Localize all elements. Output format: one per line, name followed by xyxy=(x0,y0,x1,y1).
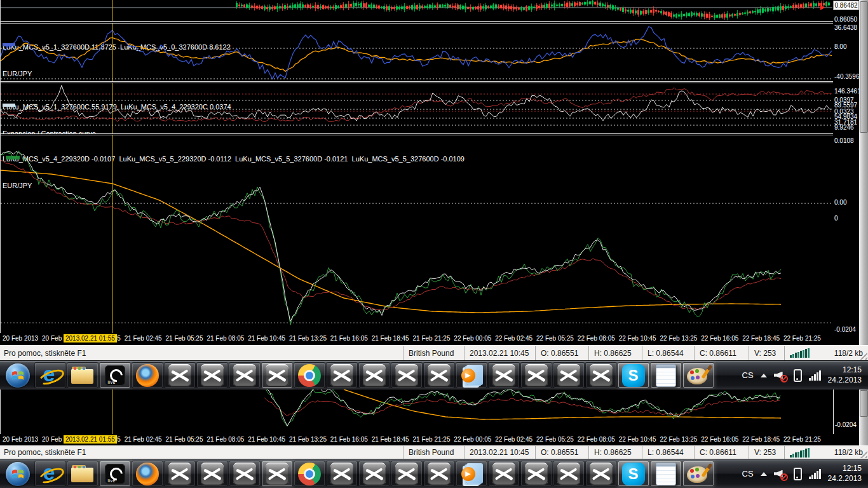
clock[interactable]: 12:15 24.2.2013 xyxy=(828,365,862,385)
mt4-icon xyxy=(201,463,224,485)
mt4-taskbar-button[interactable] xyxy=(391,461,423,487)
scale-label: 8.00 xyxy=(834,43,846,50)
chrome-icon xyxy=(298,364,321,387)
mt4-taskbar-button[interactable] xyxy=(488,461,520,487)
show-hidden-icons-icon[interactable] xyxy=(761,472,767,476)
volume-muted-icon[interactable] xyxy=(774,469,787,479)
mt4-taskbar-button[interactable] xyxy=(358,362,390,388)
time-axis-label: 22 Feb 18:45 xyxy=(742,335,780,342)
mt4-icon xyxy=(590,463,613,485)
ie-taskbar-button[interactable]: e xyxy=(34,362,66,388)
mt4-taskbar-button[interactable] xyxy=(585,362,617,388)
start-taskbar-button[interactable] xyxy=(2,461,34,487)
status-high: H: 0.86625 xyxy=(588,446,642,459)
mt4-taskbar-button[interactable] xyxy=(358,461,390,487)
firefox-taskbar-button[interactable] xyxy=(132,362,163,388)
chrome-taskbar-button[interactable] xyxy=(294,362,325,388)
volume-muted-icon[interactable] xyxy=(774,370,787,381)
clock[interactable]: 12:15 24.2.2013 xyxy=(828,464,862,484)
indicator-pane-oscillator[interactable]: LuKu_MCS_v5_1_327600D 11.8725 LuKu_MCS_v… xyxy=(1,24,832,81)
start-taskbar-button[interactable] xyxy=(2,362,34,388)
pane-separator[interactable] xyxy=(1,21,833,24)
pane-separator[interactable] xyxy=(1,81,833,83)
mt4-taskbar-button[interactable] xyxy=(585,461,617,487)
firefox-taskbar-button[interactable] xyxy=(132,461,163,487)
wmp-taskbar-button[interactable]: ▶ xyxy=(456,461,487,487)
scrollbar-thumb[interactable] xyxy=(860,390,868,417)
notepad-taskbar-button[interactable] xyxy=(650,362,682,388)
mt4-taskbar-button[interactable] xyxy=(423,461,455,487)
desktop: LuKu_MCS_v5_1_327600D 11.8725 LuKu_MCS_v… xyxy=(0,0,868,488)
show-hidden-icons-icon[interactable] xyxy=(761,374,767,377)
network-signal-icon[interactable] xyxy=(809,469,821,479)
mt4-taskbar-button[interactable] xyxy=(423,362,455,388)
scrollbar-thumb[interactable] xyxy=(860,1,868,133)
mt4-taskbar-button[interactable] xyxy=(520,461,552,487)
device-icon[interactable] xyxy=(794,369,802,382)
vertical-scrollbar[interactable] xyxy=(859,390,868,445)
mt4-taskbar-button[interactable] xyxy=(391,362,423,388)
time-axis-label: 22 Feb 05:25 xyxy=(536,436,574,443)
firefox-icon xyxy=(136,463,159,485)
mt4-taskbar-button[interactable] xyxy=(553,362,585,388)
scale-label: -40.3596 xyxy=(834,73,859,80)
pane-separator[interactable] xyxy=(1,133,833,135)
main-indicator-chart xyxy=(1,135,832,333)
explorer-icon xyxy=(71,465,94,483)
mt4-taskbar-button[interactable] xyxy=(326,362,358,388)
mt4-taskbar-button[interactable] xyxy=(164,461,196,487)
indicator-pane-expansion[interactable]: LuKu_MCS_v5_1_327600C 55.9179 LuKu_MCS_v… xyxy=(1,83,832,133)
paint-taskbar-button[interactable] xyxy=(682,362,714,388)
scale-border xyxy=(833,390,834,434)
explorer-taskbar-button[interactable] xyxy=(67,461,98,487)
mt4-taskbar-button[interactable] xyxy=(164,362,196,388)
chrome-taskbar-button[interactable] xyxy=(294,461,325,487)
scale-label: 0 xyxy=(834,215,838,222)
wmp-taskbar-button[interactable]: ▶ xyxy=(456,362,487,388)
language-indicator[interactable]: CS xyxy=(742,469,754,478)
ableton-taskbar-button[interactable]: live xyxy=(99,461,131,487)
crosshair-vertical-line xyxy=(112,0,113,333)
language-indicator[interactable]: CS xyxy=(742,370,754,380)
time-axis-label: 21 Feb 08:05 xyxy=(207,436,244,443)
notepad-taskbar-button[interactable] xyxy=(650,461,682,487)
mt4-icon xyxy=(363,463,386,485)
status-bar-time: 2013.02.21 10:45 xyxy=(464,346,535,360)
paint-icon xyxy=(687,464,710,484)
mt4-taskbar-button[interactable] xyxy=(196,461,228,487)
time-axis[interactable]: 20 Feb 201320 Feb 21:2521 Feb 00:0521 Fe… xyxy=(0,333,859,345)
mt4-taskbar-button[interactable] xyxy=(229,461,261,487)
indicator-pane-main[interactable]: LuKu_MCS_v5_4_229320D -0.0107 LuKu_MCS_v… xyxy=(1,135,832,333)
explorer-taskbar-button[interactable] xyxy=(67,362,98,388)
ableton-taskbar-button[interactable]: live xyxy=(99,362,131,388)
skype-taskbar-button[interactable]: S xyxy=(618,461,649,487)
mt4-taskbar-button[interactable] xyxy=(488,362,520,388)
mt4-taskbar-button[interactable] xyxy=(229,362,261,388)
paint-taskbar-button[interactable] xyxy=(682,461,714,487)
skype-taskbar-button[interactable]: S xyxy=(618,362,649,388)
time-axis[interactable]: 20 Feb 201320 Feb 21:2521 Feb 00:0521 Fe… xyxy=(0,434,859,446)
ie-taskbar-button[interactable]: e xyxy=(34,461,66,487)
status-bar-time: 2013.02.21 10:45 xyxy=(464,446,535,459)
mt4-taskbar-button[interactable] xyxy=(261,362,293,388)
mt4-taskbar-button[interactable] xyxy=(196,362,228,388)
mt4-taskbar-button[interactable] xyxy=(520,362,552,388)
chart-pane-duplicate[interactable]: -0.0204 xyxy=(0,390,859,434)
mt4-icon xyxy=(492,364,515,387)
time-axis-label: 21 Feb 18:45 xyxy=(372,335,409,342)
mt4-taskbar-button[interactable] xyxy=(553,461,585,487)
system-tray: CS 12:15 24.2.2013 xyxy=(742,464,867,484)
mt4-taskbar-button[interactable] xyxy=(261,461,293,487)
wmp-icon: ▶ xyxy=(460,365,483,386)
system-tray: CS 12:15 24.2.2013 xyxy=(742,365,867,385)
device-icon[interactable] xyxy=(794,468,802,480)
mt4-taskbar-button[interactable] xyxy=(326,461,358,487)
price-pane[interactable] xyxy=(1,0,832,21)
network-signal-icon[interactable] xyxy=(809,370,821,381)
price-scale[interactable]: 0.86482 0.86050 36.6438 8.00 -40.3596 14… xyxy=(832,0,859,333)
time-axis-label: 21 Feb 10:45 xyxy=(248,335,285,342)
start-icon xyxy=(6,363,30,388)
ie-icon: e xyxy=(39,364,62,387)
vertical-scrollbar[interactable] xyxy=(859,0,868,345)
chart-panes: LuKu_MCS_v5_1_327600D 11.8725 LuKu_MCS_v… xyxy=(0,0,832,333)
